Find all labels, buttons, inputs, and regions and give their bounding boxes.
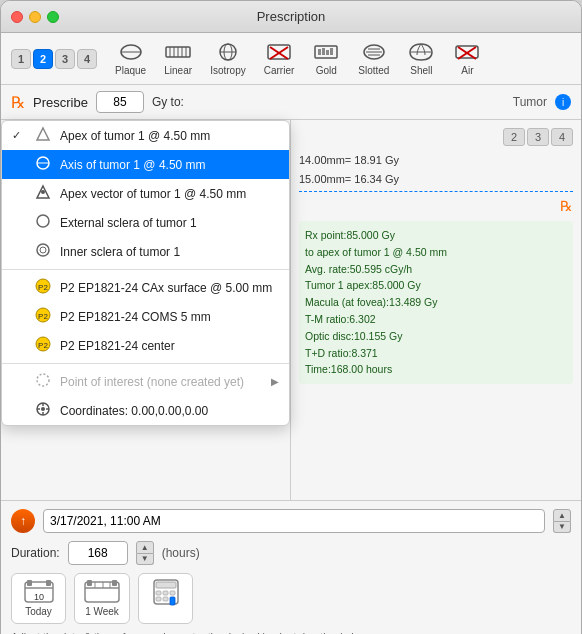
quick-buttons: 10 Today 1 Week xyxy=(11,573,571,624)
rx-line1: Rx point:85.000 Gy xyxy=(305,227,567,244)
rx-line4: Tumor 1 apex:85.000 Gy xyxy=(305,277,567,294)
toolbar-isotropy[interactable]: Isotropy xyxy=(204,39,252,78)
svg-text:P2: P2 xyxy=(38,312,48,321)
window-title: Prescription xyxy=(257,9,326,24)
dropdown-item-p2-coms[interactable]: P2 P2 EP1821-24 COMS 5 mm xyxy=(2,302,289,331)
svg-text:P2: P2 xyxy=(38,283,48,292)
date-stepper[interactable]: ▲ ▼ xyxy=(553,509,571,533)
gold-icon xyxy=(312,41,340,63)
bottom-area: ↑ ▲ ▼ Duration: ▲ ▼ (hours) xyxy=(1,500,581,634)
svg-rect-64 xyxy=(170,591,175,595)
minimize-button[interactable] xyxy=(29,11,41,23)
svg-point-41 xyxy=(37,374,49,386)
upload-arrow-icon[interactable]: ↑ xyxy=(11,509,35,533)
right-tab-2[interactable]: 2 xyxy=(503,128,525,146)
isotropy-icon xyxy=(214,41,242,63)
rx-right-icon: ℞ xyxy=(299,196,573,217)
ext-sclera-icon xyxy=(34,213,52,232)
today-button[interactable]: 10 Today xyxy=(11,573,66,624)
svg-point-32 xyxy=(37,215,49,227)
check-mark-1: ✓ xyxy=(12,129,26,142)
duration-label: Duration: xyxy=(11,546,60,560)
dropdown-item-p2-center[interactable]: P2 P2 EP1821-24 center xyxy=(2,331,289,360)
toolbar-plaque[interactable]: Plaque xyxy=(109,39,152,78)
rx-line9: Time:168.00 hours xyxy=(305,361,567,378)
inner-sclera-label: Inner sclera of tumor 1 xyxy=(60,245,279,259)
check-mark-7 xyxy=(12,311,26,323)
axis1-icon xyxy=(34,155,52,174)
carrier-label: Carrier xyxy=(264,65,295,76)
carrier-icon xyxy=(265,41,293,63)
tab-2[interactable]: 2 xyxy=(33,49,53,69)
dropdown-item-coords[interactable]: Coordinates: 0.00,0.00,0.00 xyxy=(2,396,289,425)
dropdown-item-apex1[interactable]: ✓ Apex of tumor 1 @ 4.50 mm xyxy=(2,121,289,150)
shell-icon xyxy=(407,41,435,63)
toolbar-linear[interactable]: Linear xyxy=(158,39,198,78)
tab-1[interactable]: 1 xyxy=(11,49,31,69)
toolbar-slotted[interactable]: Slotted xyxy=(352,39,395,78)
duration-stepper[interactable]: ▲ ▼ xyxy=(136,541,154,565)
date-input[interactable] xyxy=(43,509,545,533)
right-tab-3[interactable]: 3 xyxy=(527,128,549,146)
duration-stepper-down[interactable]: ▼ xyxy=(136,554,154,566)
dose-line-1: 14.00mm= 18.91 Gy xyxy=(299,152,573,169)
hours-label: (hours) xyxy=(162,546,200,560)
toolbar-air[interactable]: Air xyxy=(447,39,487,78)
calculator-button[interactable] xyxy=(138,573,193,624)
close-button[interactable] xyxy=(11,11,23,23)
calculator-icon xyxy=(152,578,180,606)
toolbar-carrier[interactable]: Carrier xyxy=(258,39,301,78)
prescribe-input[interactable] xyxy=(96,91,144,113)
rx-line2: to apex of tumor 1 @ 4.50 mm xyxy=(305,244,567,261)
p2-center-icon: P2 xyxy=(34,336,52,355)
isotropy-label: Isotropy xyxy=(210,65,246,76)
svg-rect-62 xyxy=(156,591,161,595)
content-area: ✓ Apex of tumor 1 @ 4.50 mm Axis of tumo… xyxy=(1,120,581,500)
week-icon xyxy=(83,578,121,604)
dropdown-item-p2-cax[interactable]: P2 P2 EP1821-24 CAx surface @ 5.00 mm xyxy=(2,273,289,302)
toolbar-shell[interactable]: Shell xyxy=(401,39,441,78)
adjust-text: Adjust the date & time of removal or ent… xyxy=(11,630,571,634)
date-stepper-up[interactable]: ▲ xyxy=(553,509,571,522)
linear-icon xyxy=(164,41,192,63)
tumor-label: Tumor xyxy=(513,95,547,109)
plaque-label: Plaque xyxy=(115,65,146,76)
gy-to-label: Gy to: xyxy=(152,95,184,109)
rx-icon: ℞ xyxy=(11,93,25,112)
info-icon[interactable]: i xyxy=(555,94,571,110)
toolbar-gold[interactable]: Gold xyxy=(306,39,346,78)
dropdown-item-apex-vector[interactable]: Apex vector of tumor 1 @ 4.50 mm xyxy=(2,179,289,208)
dropdown-item-axis1[interactable]: Axis of tumor 1 @ 4.50 mm xyxy=(2,150,289,179)
check-mark-5 xyxy=(12,246,26,258)
check-mark-8 xyxy=(12,340,26,352)
right-tab-4[interactable]: 4 xyxy=(551,128,573,146)
p2-cax-label: P2 EP1821-24 CAx surface @ 5.00 mm xyxy=(60,281,279,295)
slotted-icon xyxy=(360,41,388,63)
title-bar: Prescription xyxy=(1,1,581,33)
main-window: Prescription 1 2 3 4 Plaque xyxy=(0,0,582,634)
divider-dashes xyxy=(299,191,573,192)
poi-arrow: ▶ xyxy=(271,376,279,387)
tab-numbers: 1 2 3 4 xyxy=(11,49,97,69)
svg-text:P2: P2 xyxy=(38,341,48,350)
svg-rect-65 xyxy=(156,597,161,601)
tab-4[interactable]: 4 xyxy=(77,49,97,69)
plaque-icon xyxy=(117,41,145,63)
p2-coms-icon: P2 xyxy=(34,307,52,326)
week-button[interactable]: 1 Week xyxy=(74,573,130,624)
inner-sclera-icon xyxy=(34,242,52,261)
date-stepper-down[interactable]: ▼ xyxy=(553,522,571,534)
right-panel: 2 3 4 14.00mm= 18.91 Gy 15.00mm= 16.34 G… xyxy=(291,120,581,500)
svg-rect-18 xyxy=(330,48,333,55)
dropdown-item-ext-sclera[interactable]: External sclera of tumor 1 xyxy=(2,208,289,237)
tab-3[interactable]: 3 xyxy=(55,49,75,69)
svg-rect-66 xyxy=(163,597,168,601)
check-mark-9 xyxy=(12,376,26,388)
right-content: 14.00mm= 18.91 Gy 15.00mm= 16.34 Gy ℞ Rx… xyxy=(299,152,573,384)
duration-stepper-up[interactable]: ▲ xyxy=(136,541,154,554)
maximize-button[interactable] xyxy=(47,11,59,23)
duration-input[interactable] xyxy=(68,541,128,565)
coords-label: Coordinates: 0.00,0.00,0.00 xyxy=(60,404,279,418)
rx-line6: T-M ratio:6.302 xyxy=(305,311,567,328)
dropdown-item-inner-sclera[interactable]: Inner sclera of tumor 1 xyxy=(2,237,289,266)
